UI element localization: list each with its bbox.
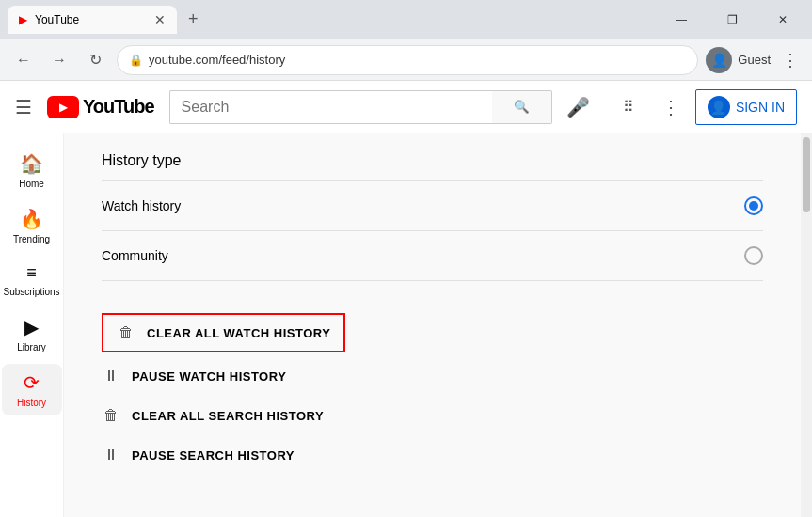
library-icon: ▶ (24, 316, 39, 338)
more-icon: ⋮ (661, 96, 680, 118)
sidebar-label-library: Library (17, 342, 46, 352)
refresh-button[interactable]: ↻ (81, 46, 109, 74)
sidebar-label-subscriptions: Subscriptions (3, 287, 59, 297)
clear-search-history-label: CLEAR ALL SEARCH HISTORY (132, 409, 324, 423)
home-icon: 🏠 (20, 152, 43, 175)
sidebar-item-home[interactable]: 🏠 Home (2, 145, 62, 196)
new-tab-button[interactable]: + (184, 6, 202, 33)
address-text: youtube.com/feed/history (149, 53, 285, 67)
apps-button[interactable]: ⠿ (613, 90, 646, 124)
search-button[interactable]: 🔍 (492, 90, 552, 124)
minimize-button[interactable]: — (660, 6, 703, 34)
more-options-button[interactable]: ⋮ (654, 90, 688, 124)
pause-search-icon: ⏸ (102, 446, 120, 463)
community-option[interactable]: Community (102, 231, 763, 281)
sidebar-item-trending[interactable]: 🔥 Trending (2, 200, 62, 252)
community-radio[interactable] (744, 246, 763, 265)
clear-watch-history-button[interactable]: 🗑 CLEAR ALL WATCH HISTORY (102, 313, 345, 352)
trash-icon: 🗑 (117, 324, 135, 341)
browser-menu-button[interactable]: ⋮ (778, 46, 803, 74)
youtube-logo-text: YouTube (83, 96, 154, 118)
tab-favicon: ▶ (19, 13, 27, 26)
trending-icon: 🔥 (20, 208, 43, 230)
search-input[interactable] (169, 90, 492, 124)
grid-icon: ⠿ (623, 98, 635, 116)
scrollbar-thumb (803, 137, 810, 212)
main-layout: 🏠 Home 🔥 Trending ≡ Subscriptions ▶ Libr… (0, 133, 812, 517)
clear-watch-history-label: CLEAR ALL WATCH HISTORY (147, 326, 330, 340)
pause-watch-history-button[interactable]: ⏸ PAUSE WATCH HISTORY (102, 356, 763, 396)
mic-button[interactable]: 🎤 (560, 88, 597, 126)
watch-history-radio[interactable] (744, 196, 763, 215)
forward-button[interactable]: → (45, 46, 73, 74)
pause-watch-icon: ⏸ (102, 368, 120, 384)
profile-area: 👤 Guest (706, 47, 771, 73)
close-button[interactable]: ✕ (761, 6, 804, 34)
mic-icon: 🎤 (566, 96, 590, 118)
community-label: Community (102, 248, 168, 263)
watch-history-label: Watch history (102, 198, 181, 213)
address-bar-row: ← → ↻ 🔒 youtube.com/feed/history 👤 Guest… (0, 39, 812, 81)
sign-in-button[interactable]: 👤 SIGN IN (695, 89, 797, 125)
browser-chrome: ▶ YouTube ✕ + — ❐ ✕ (0, 0, 812, 39)
sign-in-label: SIGN IN (736, 100, 785, 115)
section-title: History type (102, 152, 763, 181)
pause-search-history-button[interactable]: ⏸ PAUSE SEARCH HISTORY (102, 435, 763, 475)
guest-label: Guest (738, 53, 771, 67)
pause-search-history-label: PAUSE SEARCH HISTORY (132, 448, 295, 462)
tab-title: YouTube (35, 13, 79, 26)
sidebar-item-subscriptions[interactable]: ≡ Subscriptions (2, 256, 62, 305)
youtube-header: ☰ YouTube 🔍 🎤 ⠿ ⋮ 👤 SIGN IN (0, 81, 812, 133)
address-bar[interactable]: 🔒 youtube.com/feed/history (117, 45, 698, 75)
clear-search-history-button[interactable]: 🗑 CLEAR ALL SEARCH HISTORY (102, 396, 763, 435)
trash-search-icon: 🗑 (102, 407, 120, 424)
history-icon: ⟳ (24, 371, 40, 394)
pause-watch-history-label: PAUSE WATCH HISTORY (132, 369, 286, 384)
sidebar-label-history: History (17, 398, 46, 408)
sidebar: 🏠 Home 🔥 Trending ≡ Subscriptions ▶ Libr… (0, 133, 64, 517)
subscriptions-icon: ≡ (26, 263, 37, 283)
sidebar-label-home: Home (19, 179, 44, 189)
content-area: History type Watch history Community 🗑 C… (64, 133, 801, 517)
avatar: 👤 (706, 47, 732, 73)
header-right: ⠿ ⋮ 👤 SIGN IN (613, 89, 797, 125)
hamburger-menu[interactable]: ☰ (15, 96, 32, 118)
lock-icon: 🔒 (129, 54, 143, 67)
restore-button[interactable]: ❐ (710, 6, 754, 34)
window-controls: — ❐ ✕ (660, 6, 804, 34)
sign-in-icon: 👤 (708, 96, 730, 118)
youtube-logo[interactable]: YouTube (47, 96, 154, 118)
search-icon: 🔍 (514, 100, 530, 114)
tab-close-btn[interactable]: ✕ (154, 12, 166, 27)
back-button[interactable]: ← (9, 46, 38, 74)
search-area: 🔍 🎤 (169, 88, 597, 126)
sidebar-item-library[interactable]: ▶ Library (2, 308, 62, 360)
sidebar-item-history[interactable]: ⟳ History (2, 364, 62, 415)
browser-tab[interactable]: ▶ YouTube ✕ (8, 6, 177, 34)
watch-history-option[interactable]: Watch history (102, 181, 763, 231)
youtube-logo-icon (47, 96, 79, 118)
sidebar-label-trending: Trending (13, 234, 50, 244)
scrollbar[interactable] (801, 133, 812, 517)
